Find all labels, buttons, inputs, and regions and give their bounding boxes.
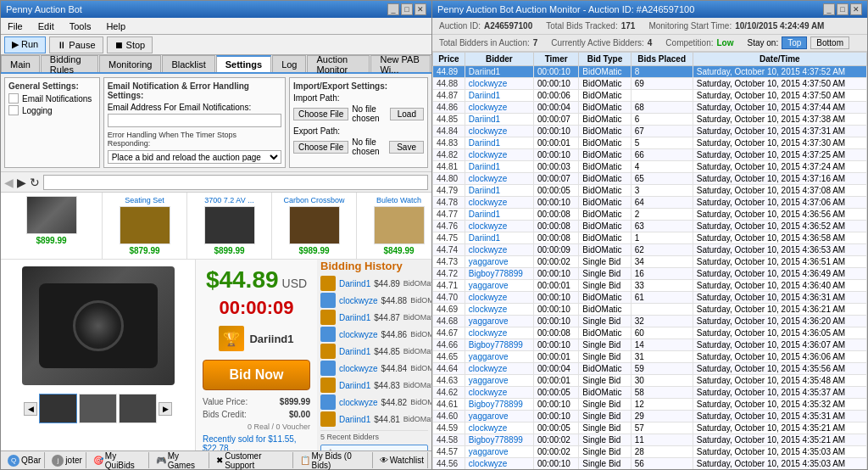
total-bids-value: 171 [621,21,636,31]
menu-edit[interactable]: Edit [35,20,58,32]
right-close-button[interactable]: ✕ [850,3,862,15]
load-button[interactable]: Load [390,108,424,120]
table-row[interactable]: 44.61 Bigboy778899 00:00:10 Single Bid 1… [433,399,867,411]
table-row[interactable]: 44.60 yaggarove 00:00:10 Single Bid 29 S… [433,411,867,422]
tab-bidding-rules[interactable]: Bidding Rules [41,55,98,72]
table-row[interactable]: 44.83 Dariind1 00:00:01 BidOMatic 5 Satu… [433,137,867,149]
cell-price: 44.65 [433,351,465,363]
bids-credit-value: $0.00 [289,410,310,419]
status-mybids[interactable]: 📋 My Bids (0 Bids) [297,452,373,468]
thumb-0[interactable]: Seating Set $879.99 [103,193,187,259]
table-row[interactable]: 44.77 Dariind1 00:00:08 BidOMatic 2 Satu… [433,209,867,221]
bid-now-button[interactable]: Bid Now [203,360,310,390]
error-select[interactable]: Place a bid and reload the auction page [108,150,281,164]
tab-auction-monitor[interactable]: Auction Monitor [307,55,370,72]
save-button[interactable]: Save [389,141,424,154]
status-support[interactable]: ✖ Customer Support [213,452,292,468]
back-icon[interactable]: ◀ [4,176,14,189]
table-row[interactable]: 44.78 clockwyze 00:00:10 BidOMatic 64 Sa… [433,197,867,209]
menu-file[interactable]: File [4,20,26,32]
status-mygames[interactable]: 🎮 My Games [153,452,209,468]
table-row[interactable]: 44.84 clockwyze 00:00:10 BidOMatic 67 Sa… [433,126,867,137]
small-thumb-2[interactable] [119,394,157,423]
table-row[interactable]: 44.80 clockwyze 00:00:07 BidOMatic 65 Sa… [433,173,867,185]
table-row[interactable]: 44.75 Dariind1 00:00:08 BidOMatic 1 Satu… [433,232,867,244]
stay-top-button[interactable]: Top [782,36,807,49]
bh-bidder-icon [320,293,336,308]
stay-bottom-button[interactable]: Bottom [810,36,849,49]
table-row[interactable]: 44.69 clockwyze 00:00:10 BidOMatic Satur… [433,304,867,316]
tab-main[interactable]: Main [1,55,40,72]
email-notifications-checkbox[interactable] [8,93,19,104]
small-thumb-0[interactable] [39,394,77,423]
logging-row: Logging [8,105,96,115]
email-input[interactable] [108,114,281,127]
table-row[interactable]: 44.68 yaggarove 00:00:10 Single Bid 32 S… [433,316,867,327]
status-joter[interactable]: j joter [48,452,86,468]
table-row[interactable]: 44.88 clockwyze 00:00:10 BidOMatic 69 Sa… [433,78,867,90]
table-row[interactable]: 44.65 yaggarove 00:00:01 Single Bid 31 S… [433,351,867,363]
minimize-button[interactable]: _ [387,3,399,15]
maximize-button[interactable]: □ [401,3,413,15]
status-qbar[interactable]: Q QBar [4,452,45,468]
table-row[interactable]: 44.85 Dariind1 00:00:07 BidOMatic 6 Satu… [433,114,867,126]
bh-bidder-icon [320,344,336,359]
table-row[interactable]: 44.58 Bigboy778899 00:00:02 Single Bid 1… [433,434,867,446]
recently-sold[interactable]: Recently sold for $11.55, $22.78, ... [203,434,310,450]
table-row[interactable]: 44.81 Dariind1 00:00:03 BidOMatic 4 Satu… [433,161,867,173]
right-minimize-button[interactable]: _ [823,3,835,15]
table-row[interactable]: 44.73 yaggarove 00:00:02 Single Bid 34 S… [433,256,867,268]
refresh-icon[interactable]: ↻ [30,176,40,189]
general-settings-box: General Settings: Email Notifications Lo… [4,77,100,168]
tab-blacklist[interactable]: Blacklist [162,55,214,72]
table-row[interactable]: 44.70 clockwyze 00:00:10 BidOMatic 61 Sa… [433,292,867,304]
table-row[interactable]: 44.56 clockwyze 00:00:10 Single Bid 56 S… [433,458,867,470]
table-row[interactable]: 44.72 Bigboy778899 00:00:10 Single Bid 1… [433,268,867,280]
close-button[interactable]: ✕ [415,3,426,15]
main-thumb[interactable]: $899.99 [1,193,103,259]
menu-tools[interactable]: Tools [66,20,95,32]
cell-bids: 31 [631,351,693,363]
status-myquibids[interactable]: 🎯 My QuiBids [90,452,149,468]
table-row[interactable]: 44.67 clockwyze 00:00:08 BidOMatic 60 Sa… [433,327,867,339]
table-row[interactable]: 44.79 Dariind1 00:00:05 BidOMatic 3 Satu… [433,185,867,197]
tab-new-pab[interactable]: New PAB Wi... [370,55,431,72]
thumb-img-0 [120,206,170,244]
tab-settings[interactable]: Settings [216,55,271,72]
cell-bids [631,90,693,102]
thumb-2[interactable]: Carbon Crossbow $989.99 [272,193,357,259]
url-input[interactable]: http://quibids.com/en/auction-24659710US… [43,175,428,190]
table-row[interactable]: 44.71 yaggarove 00:00:01 Single Bid 33 S… [433,280,867,292]
table-row[interactable]: 44.76 clockwyze 00:00:08 BidOMatic 63 Sa… [433,221,867,232]
status-watchlist[interactable]: 👁 Watchlist [376,452,428,468]
table-row[interactable]: 44.82 clockwyze 00:00:10 BidOMatic 66 Sa… [433,149,867,161]
bh-type: BidOMatic [403,347,431,355]
table-row[interactable]: 44.63 yaggarove 00:00:01 Single Bid 30 S… [433,375,867,387]
logging-checkbox[interactable] [8,105,19,115]
table-row[interactable]: 44.87 Dariind1 00:00:06 BidOMatic Saturd… [433,90,867,102]
import-choose-file[interactable]: Choose File [293,108,348,120]
menu-help[interactable]: Help [103,20,129,32]
forward-icon[interactable]: ▶ [17,176,26,189]
table-row[interactable]: 44.57 yaggarove 00:00:02 Single Bid 28 S… [433,446,867,458]
right-maximize-button[interactable]: □ [837,3,849,15]
table-row[interactable]: 44.89 Dariind1 00:00:10 BidOMatic 8 Satu… [433,66,867,78]
thumb-1[interactable]: 3700 7.2 AV ... $899.99 [187,193,272,259]
table-row[interactable]: 44.59 clockwyze 00:00:05 Single Bid 57 S… [433,422,867,434]
stop-button[interactable]: ⏹ Stop [107,36,153,53]
run-button[interactable]: ▶ Run [4,36,46,53]
table-row[interactable]: 44.74 clockwyze 00:00:09 BidOMatic 62 Sa… [433,244,867,256]
table-row[interactable]: 44.66 Bigboy778899 00:00:10 Single Bid 1… [433,339,867,351]
table-row[interactable]: 44.62 clockwyze 00:00:05 BidOMatic 58 Sa… [433,387,867,399]
small-thumb-1[interactable] [79,394,117,423]
cell-bids: 14 [631,339,693,351]
table-row[interactable]: 44.64 clockwyze 00:00:04 BidOMatic 59 Sa… [433,363,867,375]
tab-monitoring[interactable]: Monitoring [99,55,161,72]
export-choose-file[interactable]: Choose File [293,141,348,154]
tab-log[interactable]: Log [272,55,306,72]
prev-thumb-button[interactable]: ◀ [24,402,37,416]
table-row[interactable]: 44.86 clockwyze 00:00:04 BidOMatic 68 Sa… [433,102,867,114]
pause-button[interactable]: ⏸ Pause [49,36,103,53]
next-thumb-button[interactable]: ▶ [159,402,172,416]
thumb-3[interactable]: Buleto Watch $849.99 [357,193,431,259]
